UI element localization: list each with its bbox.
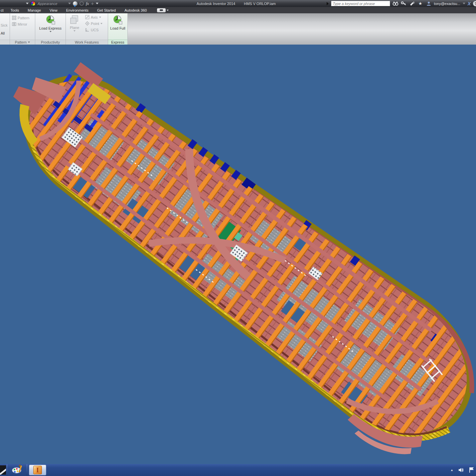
favorites-star-icon[interactable]: ★: [417, 1, 423, 6]
tab-tools[interactable]: Tools: [6, 7, 24, 13]
plane-icon: [70, 15, 79, 25]
plane-button: Plane: [66, 13, 83, 33]
point-label: Point: [91, 22, 99, 26]
satellite-icon[interactable]: [409, 1, 415, 6]
pattern-icon: [12, 16, 16, 20]
taskbar-separator: [7, 464, 7, 476]
tab-manage[interactable]: Manage: [23, 7, 45, 13]
pattern-caption-label: Pattern: [15, 40, 27, 44]
tab-inspect-cutoff[interactable]: ct: [0, 7, 6, 13]
point-icon: [85, 21, 89, 26]
tray-show-hidden-icon[interactable]: ▲: [450, 468, 453, 472]
load-express-caret[interactable]: [50, 31, 52, 32]
user-avatar-icon[interactable]: [426, 1, 432, 6]
mirror-button: Mirror: [10, 21, 35, 27]
inventor-icon: I: [33, 466, 42, 474]
parameters-fx-icon[interactable]: fx: [86, 1, 89, 6]
app-title: Autodesk Inventor 2014: [197, 2, 235, 6]
taskbar-app-cutoff[interactable]: [0, 465, 6, 475]
express-panel-caption: Express: [108, 40, 127, 45]
ucs-label: UCS: [91, 28, 98, 32]
ribbon: Sick All Pattern Mirror Pattern: [0, 13, 476, 45]
tab-autodesk-360[interactable]: Autodesk 360: [120, 7, 151, 13]
ribbon-panel-work-features: Plane Axis Point: [66, 13, 108, 45]
ribbon-tab-row: ct Tools Manage View Environments Get St…: [0, 7, 476, 13]
tab-get-started[interactable]: Get Started: [93, 7, 120, 13]
model-viewport[interactable]: [0, 45, 476, 464]
axis-caret: [99, 17, 101, 18]
load-full-clock-icon: [112, 15, 123, 25]
ribbon-panel-cutoff: Sick All: [0, 13, 10, 45]
pattern-label: Pattern: [18, 16, 29, 20]
work-features-caption-label: Work Features: [75, 40, 99, 44]
axis-label: Axis: [91, 15, 98, 19]
productivity-panel-caption: Productivity: [35, 40, 66, 45]
taskbar-paint-button[interactable]: [9, 465, 25, 475]
tab-environments[interactable]: Environments: [62, 7, 93, 13]
axis-icon: [85, 15, 89, 19]
work-features-panel-caption: Work Features: [66, 40, 108, 45]
axis-button: Axis: [83, 14, 104, 20]
help-icon[interactable]: ?: [473, 1, 476, 6]
search-input[interactable]: [331, 1, 390, 6]
taskbar-separator: [27, 464, 27, 476]
color-wheel-icon[interactable]: [31, 1, 36, 6]
ribbon-panel-pattern: Pattern Mirror Pattern: [10, 13, 35, 45]
cutoff-item-all[interactable]: All: [1, 31, 5, 35]
key-icon[interactable]: [401, 1, 407, 6]
ship-model[interactable]: [0, 45, 476, 464]
ribbon-toggle-icon: [160, 9, 163, 11]
load-express-label: Load Express: [39, 26, 62, 30]
material-icon[interactable]: [73, 1, 78, 6]
action-center-flag-icon[interactable]: [469, 467, 474, 473]
load-express-button[interactable]: Load Express: [35, 13, 66, 32]
load-full-button[interactable]: Load Full: [108, 13, 127, 30]
qat-overflow-caret[interactable]: [26, 3, 29, 4]
plane-caret: [74, 30, 76, 32]
appearance-caret[interactable]: [68, 3, 71, 4]
load-express-clock-icon: [45, 15, 56, 25]
username-caret[interactable]: [463, 3, 465, 4]
ribbon-display-toggle[interactable]: [157, 8, 166, 12]
mirror-icon: [12, 22, 16, 26]
windows-taskbar: I ▲: [0, 464, 476, 476]
search-binoculars-icon[interactable]: [393, 1, 398, 6]
pattern-caption-caret[interactable]: [28, 42, 30, 43]
title-bar: Appearance fx + Autodesk Inventor 2014 H…: [0, 0, 476, 7]
point-caret: [100, 23, 102, 24]
cutoff-item-sick: Sick: [1, 23, 8, 27]
mirror-label: Mirror: [18, 22, 27, 26]
window-title: Autodesk Inventor 2014 HMS V ORLOP.iam: [143, 0, 329, 7]
taskbar-inventor-button[interactable]: I: [29, 465, 46, 475]
volume-icon[interactable]: [458, 467, 464, 473]
ucs-button: UCS: [83, 27, 104, 33]
measure-plus-icon: +: [91, 1, 94, 6]
ucs-icon: [85, 28, 89, 32]
document-title: HMS V ORLOP.iam: [244, 2, 276, 6]
paint-palette-icon: [12, 466, 22, 474]
application-window: Appearance fx + Autodesk Inventor 2014 H…: [0, 0, 476, 476]
zoom-icon: [79, 1, 84, 6]
load-full-label: Load Full: [110, 26, 125, 30]
search-expand-arrow[interactable]: [327, 2, 329, 5]
tab-view[interactable]: View: [45, 7, 62, 13]
cutoff-panel-caption: [0, 40, 10, 45]
plane-label: Plane: [70, 26, 79, 30]
system-tray: ▲: [450, 467, 476, 473]
qat-customize-caret[interactable]: [96, 3, 98, 4]
signed-in-username[interactable]: tony@exactsu...: [434, 2, 460, 6]
point-button: Point: [83, 20, 104, 27]
ribbon-panel-express: Load Full Express: [108, 13, 128, 45]
exchange-apps-icon[interactable]: X: [468, 1, 471, 6]
quick-access-toolbar: Appearance fx +: [0, 1, 98, 6]
ribbon-toggle-caret[interactable]: [167, 10, 169, 11]
title-bar-right: ★ tony@exactsu... X ?: [327, 0, 476, 7]
appearance-dropdown[interactable]: Appearance: [38, 2, 66, 6]
pattern-panel-caption[interactable]: Pattern: [10, 40, 35, 45]
productivity-caption-label: Productivity: [41, 40, 60, 44]
express-caption-label: Express: [111, 40, 124, 44]
ribbon-panel-productivity: Load Express Productivity: [35, 13, 66, 45]
pattern-button: Pattern: [10, 15, 35, 21]
